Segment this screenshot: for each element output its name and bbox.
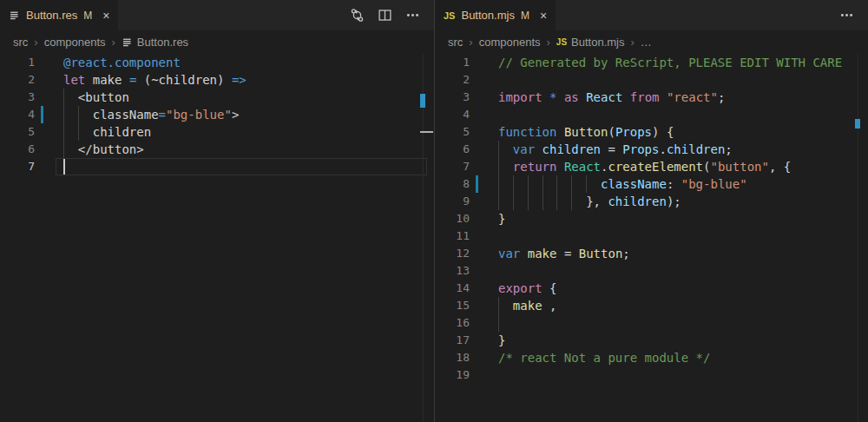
breadcrumb-item[interactable]: components: [479, 36, 541, 49]
code-line-text[interactable]: }: [498, 332, 505, 349]
line-number[interactable]: 12: [435, 245, 470, 262]
line-number[interactable]: 3: [435, 89, 470, 106]
gutter-marker-slot: [35, 54, 45, 71]
code-line: 4: [435, 106, 868, 123]
indent-guide-icon: [498, 175, 499, 193]
code-line-text[interactable]: import * as React from "react";: [498, 89, 725, 106]
code-token: children: [542, 142, 601, 156]
line-number[interactable]: 5: [0, 123, 35, 141]
code-token: [622, 90, 629, 104]
code-line-text[interactable]: make ,: [498, 297, 556, 314]
code-token: export: [498, 281, 542, 295]
editor-tab[interactable]: JSButton.mjsM×: [435, 0, 556, 30]
code-token: ;: [725, 142, 732, 156]
code-token: Props: [622, 142, 659, 156]
line-number[interactable]: 16: [435, 314, 470, 332]
code-token: </button>: [63, 142, 144, 156]
code-token: as: [564, 90, 579, 104]
line-number[interactable]: 17: [435, 332, 470, 349]
line-number[interactable]: 6: [0, 141, 35, 158]
more-actions-icon[interactable]: [839, 8, 854, 23]
breadcrumb-item[interactable]: src: [13, 36, 28, 49]
line-number[interactable]: 7: [0, 158, 35, 175]
line-number[interactable]: 4: [0, 106, 35, 123]
code-line-text[interactable]: var make = Button;: [498, 245, 630, 262]
gutter-marker-slot: [470, 262, 480, 280]
code-line: 15 make ,: [435, 297, 868, 314]
line-number[interactable]: 2: [0, 71, 35, 89]
indent-guide-icon: [498, 141, 499, 158]
line-number[interactable]: 7: [435, 158, 470, 175]
code-token: );: [667, 195, 681, 208]
line-number[interactable]: 10: [435, 210, 470, 227]
code-token: [542, 90, 549, 104]
line-number[interactable]: 3: [0, 89, 35, 106]
code-token: }: [498, 333, 505, 347]
gutter-marker-slot: [35, 89, 45, 106]
code-area: 1@react.component2let make = (~children)…: [0, 54, 434, 175]
breadcrumb-item[interactable]: …: [641, 36, 652, 49]
breadcrumb-item[interactable]: JSButton.mjs: [556, 36, 625, 49]
code-line: 17}: [435, 332, 868, 349]
line-number[interactable]: 18: [435, 349, 470, 366]
code-line-text[interactable]: @react.component: [63, 54, 181, 71]
code-line-text[interactable]: children: [63, 123, 151, 141]
code-line-text[interactable]: var children = Props.children;: [498, 141, 733, 158]
code-line-text[interactable]: </button>: [63, 141, 144, 158]
code-token: =: [159, 108, 166, 122]
code-token: children: [608, 195, 666, 208]
code-line-text[interactable]: /* react Not a pure module */: [498, 349, 710, 366]
close-icon[interactable]: ×: [102, 10, 109, 22]
line-number[interactable]: 11: [435, 227, 470, 245]
modified-line-marker: [476, 175, 478, 193]
code-line: 5 children: [0, 123, 434, 141]
close-icon[interactable]: ×: [540, 10, 547, 22]
code-token: ;: [622, 247, 629, 260]
overview-ruler[interactable]: [423, 54, 424, 422]
code-line-text[interactable]: function Button(Props) {: [498, 123, 674, 141]
code-token: {: [542, 281, 557, 295]
code-line-text[interactable]: className: "bg-blue": [498, 175, 747, 193]
line-number[interactable]: 13: [435, 262, 470, 280]
code-token: ) {: [652, 125, 674, 139]
line-number[interactable]: 14: [435, 280, 470, 297]
open-changes-icon[interactable]: [350, 8, 365, 23]
gutter-marker-slot: [470, 89, 480, 106]
editor-tab[interactable]: Button.resM×: [0, 0, 118, 30]
code-line: 10}: [435, 210, 868, 227]
gutter-marker-slot: [470, 210, 480, 227]
indent-guide-icon: [513, 193, 514, 210]
line-number[interactable]: 5: [435, 123, 470, 141]
line-number[interactable]: 15: [435, 297, 470, 314]
code-token: =: [601, 142, 622, 156]
js-icon: JS: [556, 37, 567, 47]
line-number[interactable]: 9: [435, 193, 470, 210]
line-number[interactable]: 19: [435, 366, 470, 384]
breadcrumb-separator-icon: ›: [547, 36, 550, 49]
line-number[interactable]: 8: [435, 175, 470, 193]
line-number[interactable]: 6: [435, 141, 470, 158]
code-line-text[interactable]: let make = (~children) =>: [63, 71, 247, 89]
code-line-text[interactable]: return React.createElement("button", {: [498, 158, 791, 175]
line-number[interactable]: 1: [0, 54, 35, 71]
code-line-text[interactable]: className="bg-blue">: [63, 106, 239, 123]
breadcrumb-item[interactable]: components: [44, 36, 106, 49]
code-line-text[interactable]: <button: [63, 89, 129, 106]
line-number[interactable]: 1: [435, 54, 470, 71]
breadcrumb-separator-icon: ›: [469, 36, 472, 49]
overview-ruler[interactable]: [858, 54, 858, 422]
split-editor-icon[interactable]: [378, 8, 392, 23]
breadcrumb-label: …: [641, 36, 652, 49]
code-line-text[interactable]: }, children);: [498, 193, 681, 210]
breadcrumb-item[interactable]: Button.res: [122, 36, 188, 49]
line-number[interactable]: 4: [435, 106, 470, 123]
gutter-marker-slot: [470, 71, 480, 89]
more-actions-icon[interactable]: [405, 8, 420, 23]
code-line-text[interactable]: }: [498, 210, 505, 227]
breadcrumb-item[interactable]: src: [448, 36, 463, 49]
code-token: /* react Not a pure module */: [498, 351, 710, 365]
line-number[interactable]: 2: [435, 71, 470, 89]
code-line-text[interactable]: export {: [498, 280, 556, 297]
code-line-text[interactable]: // Generated by ReScript, PLEASE EDIT WI…: [498, 54, 842, 71]
code-token: children: [63, 125, 151, 139]
